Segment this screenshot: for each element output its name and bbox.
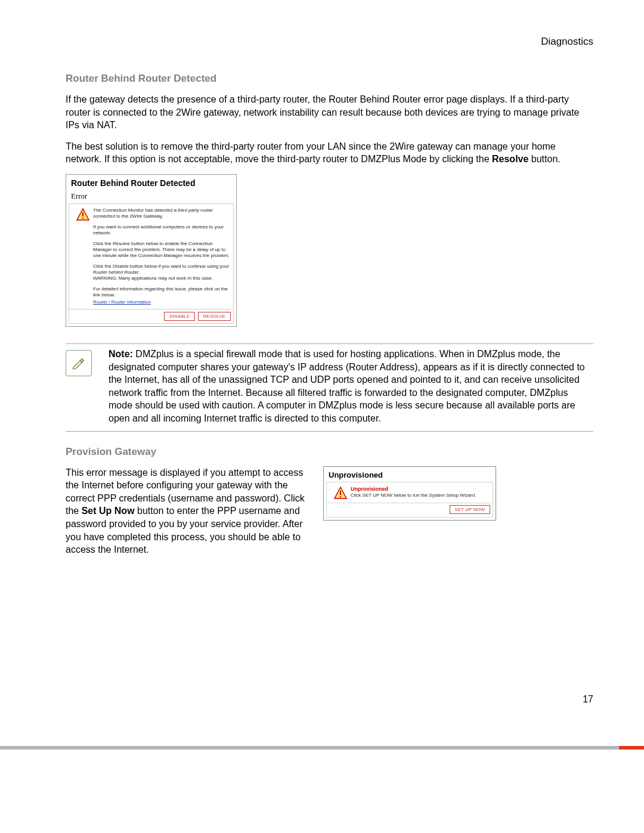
router-p1: If the gateway detects the presence of a… bbox=[66, 93, 593, 132]
footer-bar bbox=[0, 746, 644, 750]
panel2-title: Unprovisioned bbox=[324, 467, 496, 482]
warning-icon bbox=[73, 208, 93, 222]
header-section: Diagnostics bbox=[66, 36, 593, 48]
unprovisioned-panel: Unprovisioned bbox=[323, 466, 496, 521]
panel1-msg4: Click the Disable button below if you wa… bbox=[93, 264, 230, 281]
note-label: Note: bbox=[109, 349, 133, 359]
panel2-status: Unprovisioned bbox=[351, 486, 489, 493]
panel2-msg: Click SET UP NOW below to run the System… bbox=[351, 493, 489, 498]
panel2-buttons: SET UP NOW bbox=[327, 503, 493, 516]
panel1-title: Router Behind Router Detected bbox=[66, 175, 236, 190]
note-box: Note: DMZplus is a special firewall mode… bbox=[66, 343, 593, 432]
svg-rect-5 bbox=[340, 496, 341, 497]
set-up-now-button[interactable]: SET UP NOW bbox=[450, 505, 490, 514]
panel1-msg2: If you want to connect additional comput… bbox=[93, 224, 230, 236]
panel1-inner: The Connection Monitor has detected a th… bbox=[69, 203, 234, 324]
router-error-panel: Router Behind Router Detected Error The … bbox=[66, 174, 237, 327]
provision-p-bold: Set Up Now bbox=[82, 506, 135, 516]
svg-rect-4 bbox=[340, 491, 341, 495]
resolve-button[interactable]: RESOLVE bbox=[198, 312, 231, 321]
provision-paragraph: This error message is displayed if you a… bbox=[66, 466, 316, 556]
note-text: Note: DMZplus is a special firewall mode… bbox=[109, 348, 593, 425]
panel1-buttons: DISABLE RESOLVE bbox=[69, 309, 233, 323]
router-p2-bold: Resolve bbox=[492, 154, 528, 164]
disable-button[interactable]: DISABLE bbox=[164, 312, 195, 321]
footer-bar-red bbox=[619, 746, 644, 750]
pencil-icon bbox=[66, 350, 92, 376]
note-body: DMZplus is a special firewall mode that … bbox=[109, 349, 585, 423]
panel1-msg5: For detailed information regarding this … bbox=[93, 286, 230, 298]
panel2-inner: Unprovisioned Click SET UP NOW below to … bbox=[326, 482, 493, 518]
panel1-text: The Connection Monitor has detected a th… bbox=[93, 208, 230, 305]
warning-icon bbox=[330, 486, 351, 500]
page-number: 17 bbox=[583, 694, 593, 705]
page: Diagnostics Router Behind Router Detecte… bbox=[0, 0, 644, 833]
svg-rect-2 bbox=[82, 218, 83, 219]
footer-bar-grey bbox=[0, 746, 619, 750]
panel1-subtitle: Error bbox=[66, 190, 236, 203]
router-p2-a: The best solution is to remove the third… bbox=[66, 141, 556, 165]
panel1-msg1: The Connection Monitor has detected a th… bbox=[93, 208, 230, 219]
provision-two-col: This error message is displayed if you a… bbox=[66, 466, 593, 556]
panel2-text: Unprovisioned Click SET UP NOW below to … bbox=[351, 486, 489, 498]
router-heading: Router Behind Router Detected bbox=[66, 73, 593, 85]
provision-heading: Provision Gateway bbox=[66, 446, 593, 458]
panel1-msg3: Click the Resolve button below to enable… bbox=[93, 241, 230, 259]
router-info-link[interactable]: Router / Router Information bbox=[93, 299, 151, 305]
router-p2: The best solution is to remove the third… bbox=[66, 140, 593, 166]
svg-rect-1 bbox=[82, 212, 83, 216]
router-p2-b: button. bbox=[528, 154, 560, 164]
